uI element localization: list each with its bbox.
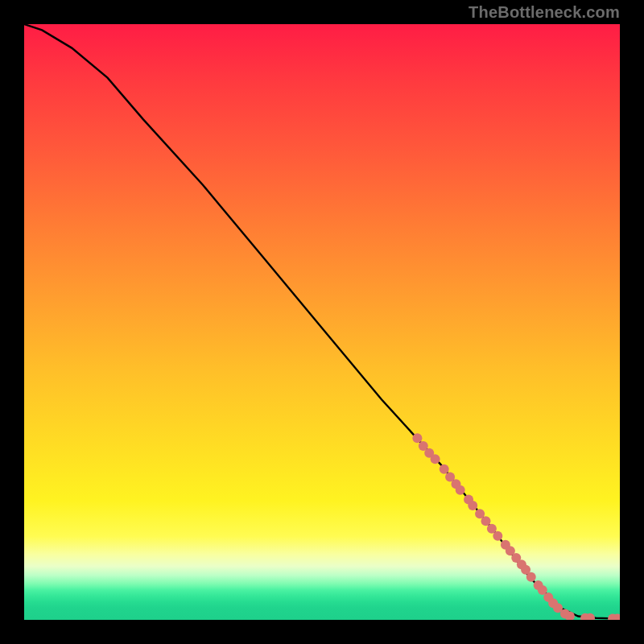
- data-marker: [456, 485, 465, 495]
- data-marker: [440, 464, 449, 474]
- watermark-text: TheBottleneck.com: [469, 3, 620, 22]
- data-marker: [481, 516, 491, 526]
- marker-group: [412, 433, 620, 620]
- data-marker: [412, 433, 422, 443]
- data-marker: [526, 572, 536, 582]
- data-marker: [468, 501, 477, 510]
- chart-frame: TheBottleneck.com: [0, 0, 644, 644]
- main-curve: [24, 24, 620, 619]
- chart-svg: [24, 24, 620, 620]
- data-marker: [431, 454, 440, 464]
- data-marker: [493, 531, 502, 541]
- plot-area: [24, 24, 620, 620]
